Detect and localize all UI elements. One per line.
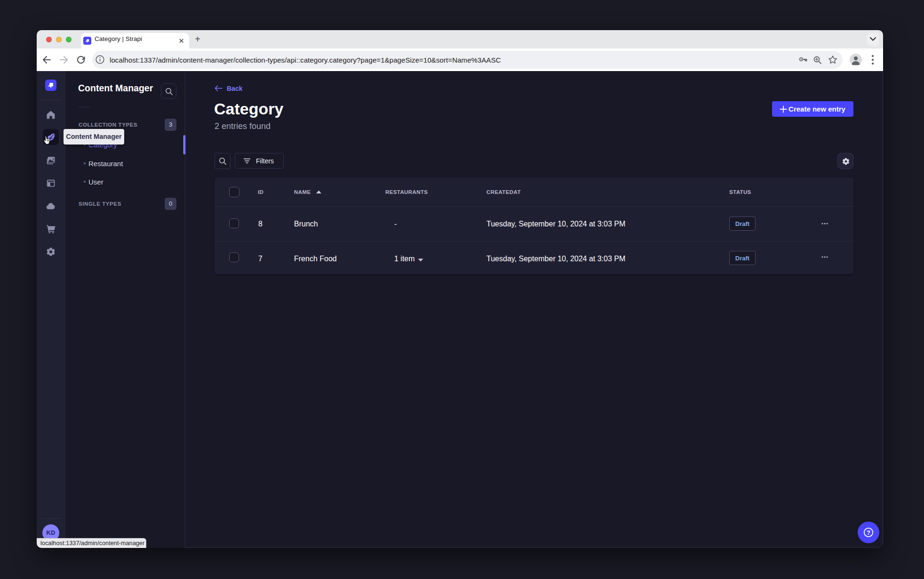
svg-text:?: ? [867, 530, 870, 536]
